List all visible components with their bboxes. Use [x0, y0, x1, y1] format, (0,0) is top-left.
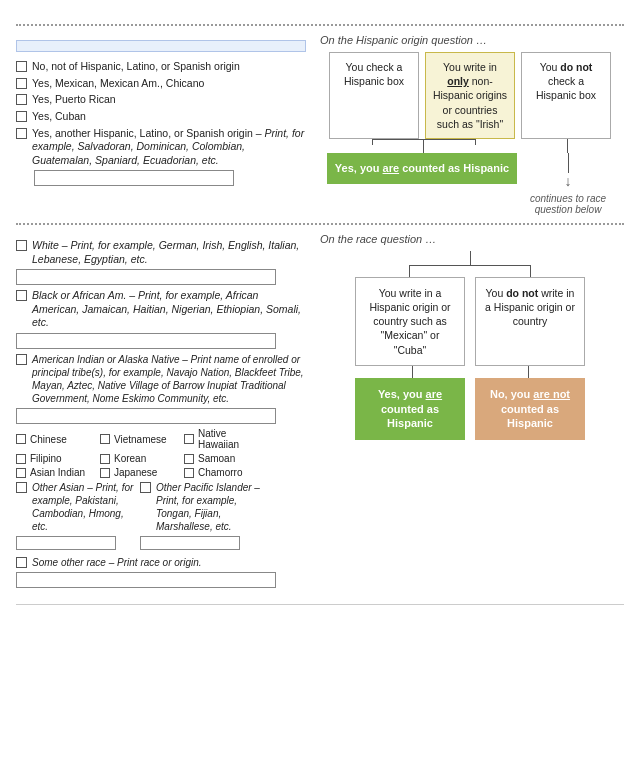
checkbox-korean[interactable] [100, 454, 110, 464]
checkbox-cuban[interactable] [16, 111, 27, 122]
option-cuban: Yes, Cuban [16, 110, 306, 124]
checkbox-white[interactable] [16, 240, 27, 251]
option-vietnamese: Vietnamese [100, 428, 180, 450]
write-box-hispanic[interactable] [34, 170, 234, 186]
checkbox-native-hawaiian[interactable] [184, 434, 194, 444]
option-other-asian: Other Asian – Print, for example, Pakist… [16, 481, 136, 533]
option-native-hawaiian: Native Hawaiian [184, 428, 264, 450]
option-chinese: Chinese [16, 428, 96, 450]
write-box-aian[interactable] [16, 408, 276, 424]
flow1-boxes: You check a Hispanic box You write in on… [329, 52, 611, 139]
checkbox-chinese[interactable] [16, 434, 26, 444]
checkbox-puerto-rican[interactable] [16, 94, 27, 105]
checkbox-other-asian[interactable] [16, 482, 27, 493]
flow2-yes-result: Yes, you are counted as Hispanic [355, 378, 465, 441]
flow1-results: Yes, you are counted as Hispanic ↓ conti… [327, 153, 613, 215]
checkbox-black[interactable] [16, 290, 27, 301]
flow1-box1: You check a Hispanic box [329, 52, 419, 139]
option-aian: American Indian or Alaska Native – Print… [16, 353, 306, 405]
asian-pi-options: Chinese Vietnamese Native Hawaiian Filip… [16, 428, 306, 478]
flow2-results: Yes, you are counted as Hispanic No, you… [355, 378, 585, 441]
option-another-hispanic: Yes, another Hispanic, Latino, or Spanis… [16, 127, 306, 168]
option-mexican: Yes, Mexican, Mexican Am., Chicano [16, 77, 306, 91]
checkbox-another-hispanic[interactable] [16, 128, 27, 139]
option-asian-indian: Asian Indian [16, 467, 96, 478]
checkbox-other-pacific[interactable] [140, 482, 151, 493]
write-box-other-pacific[interactable] [140, 536, 240, 550]
option-black: Black or African Am. – Print, for exampl… [16, 289, 306, 330]
flow1-label: On the Hispanic origin question … [316, 34, 487, 46]
checkbox-vietnamese[interactable] [100, 434, 110, 444]
checkbox-samoan[interactable] [184, 454, 194, 464]
checkbox-japanese[interactable] [100, 468, 110, 478]
flow1-box2: You write in only non-Hispanic origins o… [425, 52, 515, 139]
write-box-black[interactable] [16, 333, 276, 349]
option-some-other: Some other race – Print race or origin. [16, 556, 306, 569]
option-samoan: Samoan [184, 453, 264, 464]
left-col-section2: White – Print, for example, German, Iris… [16, 233, 316, 592]
checkbox-asian-indian[interactable] [16, 468, 26, 478]
footer [16, 604, 624, 611]
option-filipino: Filipino [16, 453, 96, 464]
flow1-box3: You do not check a Hispanic box [521, 52, 611, 139]
option-other-pacific: Other Pacific Islander – Print, for exam… [140, 481, 270, 533]
flow1-yes-result: Yes, you are counted as Hispanic [327, 153, 517, 184]
option-korean: Korean [100, 453, 180, 464]
option-puerto-rican: Yes, Puerto Rican [16, 93, 306, 107]
write-box-other-asian[interactable] [16, 536, 116, 550]
other-asian-block: Other Asian – Print, for example, Pakist… [16, 481, 136, 552]
race-section: White – Print, for example, German, Iris… [16, 223, 624, 592]
checkbox-aian[interactable] [16, 354, 27, 365]
checkbox-filipino[interactable] [16, 454, 26, 464]
other-pacific-block: Other Pacific Islander – Print, for exam… [140, 481, 270, 552]
option-chamorro: Chamorro [184, 467, 264, 478]
hispanic-origin-section: No, not of Hispanic, Latino, or Spanish … [16, 24, 624, 215]
right-col-section2: On the race question … You write in a Hi… [316, 233, 624, 592]
option-white: White – Print, for example, German, Iris… [16, 239, 306, 266]
write-box-some-other[interactable] [16, 572, 276, 588]
other-asian-pi-row: Other Asian – Print, for example, Pakist… [16, 481, 306, 552]
checkbox-some-other[interactable] [16, 557, 27, 568]
note-box [16, 40, 306, 52]
write-box-white[interactable] [16, 269, 276, 285]
checkbox-chamorro[interactable] [184, 468, 194, 478]
option-japanese: Japanese [100, 467, 180, 478]
flow2-no-result: No, you are not counted as Hispanic [475, 378, 585, 441]
flow2-box1: You write in a Hispanic origin or countr… [355, 277, 465, 366]
flow2-label: On the race question … [316, 233, 436, 245]
checkbox-mexican[interactable] [16, 78, 27, 89]
left-col-section1: No, not of Hispanic, Latino, or Spanish … [16, 34, 316, 215]
flow2-box2: You do not write in a Hispanic origin or… [475, 277, 585, 366]
checkbox-no-hispanic[interactable] [16, 61, 27, 72]
right-col-section1: On the Hispanic origin question … You ch… [316, 34, 624, 215]
flow2-boxes: You write in a Hispanic origin or countr… [355, 277, 585, 366]
option-no-hispanic: No, not of Hispanic, Latino, or Spanish … [16, 60, 306, 74]
